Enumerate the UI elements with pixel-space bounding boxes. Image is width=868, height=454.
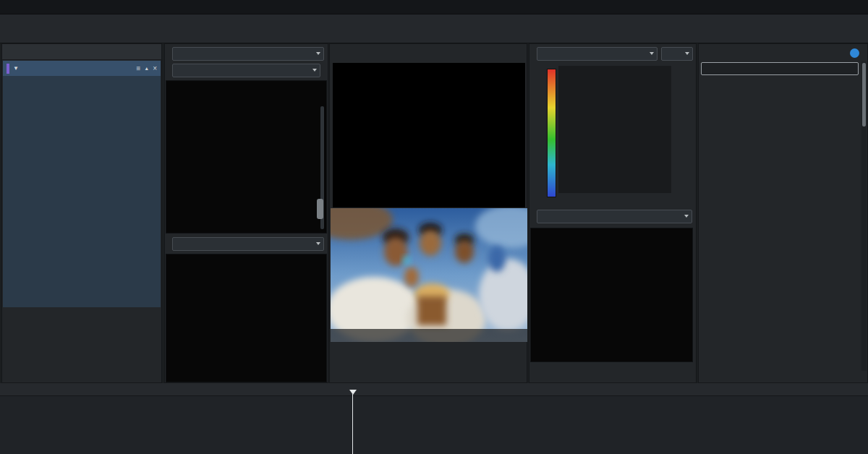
info-icon[interactable] [850,48,859,58]
chevron-down-icon [316,52,320,55]
video-frame [331,208,527,342]
histogram-components-row [335,46,524,61]
histogram-monitor-panel [329,43,527,383]
timeline [0,383,868,454]
playhead-marker[interactable] [349,390,357,395]
effects-panel-menu-icon[interactable] [145,46,158,59]
spectrum-grid [558,66,671,193]
menu-bar [0,0,868,14]
timeline-corner-toolbar [0,383,72,396]
monitor-timecode-overlay [331,329,527,342]
effects-panel: ▼ ≡ ▲ × [1,43,162,383]
main-toolbar [0,14,868,43]
waveform-graph [167,255,327,382]
waveform-display [166,254,327,382]
timeline-ruler[interactable] [72,383,868,396]
vectorscope-paint-mode-select[interactable] [172,47,324,61]
effect-menu-icon[interactable]: ≡ [136,64,140,72]
scrollbar[interactable] [861,61,867,371]
scrollbar-thumb[interactable] [862,63,866,127]
histogram-display [333,63,525,207]
lift-gamma-gain-body [3,76,161,307]
monitor-transport-bar [331,348,526,369]
effect-close-icon[interactable]: × [153,64,157,72]
vectorscope-graph [167,82,327,234]
fft-window-select[interactable] [537,47,658,61]
vectorscope-display [166,80,327,234]
transitions-search-input[interactable] [701,62,859,75]
video-preview [331,208,527,342]
vectorscope-zoom-slider[interactable] [320,106,324,229]
effects-panel-header [2,44,161,60]
transitions-panel [698,43,868,383]
vectorscope-panel [164,43,328,383]
effect-collapse-icon[interactable]: ▲ [144,66,149,71]
fft-size-select[interactable] [661,47,693,61]
chevron-down-icon [312,69,317,72]
playhead-line[interactable] [352,394,353,454]
rgb-parade-graph [532,229,693,362]
audiospectrum-parade-panel [529,43,697,383]
waveform-paint-mode-select[interactable] [172,237,324,251]
parade-paint-mode-select[interactable] [537,210,692,223]
spectrum-x-axis [558,196,696,205]
chevron-down-icon [684,215,689,218]
view-mode-icon[interactable] [701,46,714,59]
spectrum-y-axis [673,66,694,196]
chevron-down-icon [685,52,689,55]
chevron-down-icon [316,242,320,245]
effect-color-tag [7,64,9,74]
workspace: ▼ ≡ ▲ × [0,43,868,383]
vectorscope-background-select[interactable] [172,64,320,77]
chevron-down-icon [650,52,654,55]
effect-header[interactable]: ▼ ≡ ▲ × [3,61,161,76]
kdenlive-window: ▼ ≡ ▲ × [0,0,868,454]
spectrum-color-scale [547,69,556,197]
rgb-parade-display [530,228,693,362]
chevron-down-icon[interactable]: ▼ [13,65,19,72]
slider-thumb[interactable] [317,199,323,219]
